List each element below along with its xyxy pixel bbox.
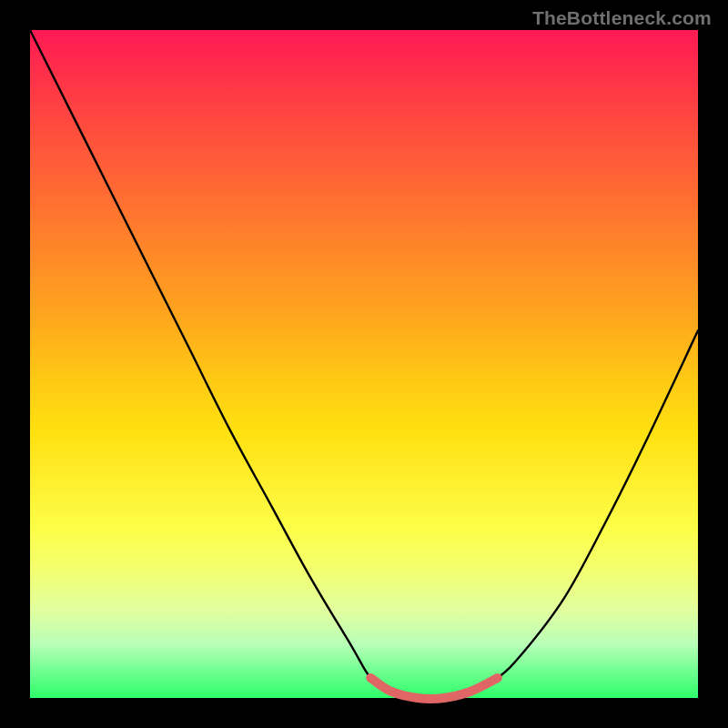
curve-optimal-segment <box>370 678 498 699</box>
watermark-text: TheBottleneck.com <box>532 7 712 29</box>
bottleneck-curve <box>30 30 698 698</box>
curve-path <box>30 30 698 699</box>
